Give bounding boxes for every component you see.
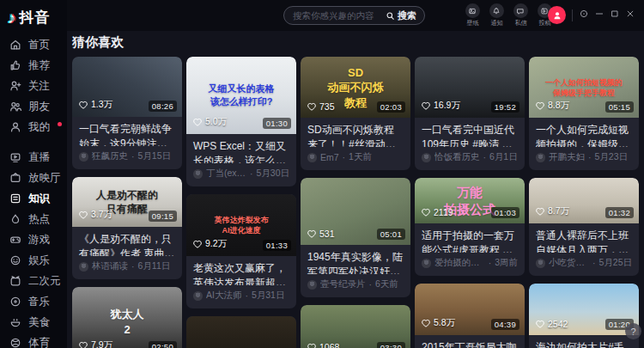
meta-separator: · (250, 168, 253, 179)
video-title[interactable]: 2015年丁磊饭局大咖云集，号称 (415, 335, 525, 348)
video-thumbnail[interactable]: 一个人如何拍短视频的 保姆级手把手教程 8.8万 05:15 (529, 57, 639, 118)
video-thumbnail[interactable]: 1068 03:30 (301, 305, 410, 348)
wallpaper-button[interactable]: 壁纸 (462, 3, 483, 27)
help-button[interactable]: ? (625, 323, 641, 339)
video-author-row[interactable]: 小吃货李焕赫 · 5月25日 (529, 253, 639, 276)
video-title[interactable]: 一口气看完朝鲜战争始末，这9分钟注定刷新你我认知 #勿忘历史… (72, 117, 182, 146)
video-title[interactable]: WPS Excel：又细又长的表格，该怎么样打印？#wps #excel #… (186, 134, 296, 163)
thumbnail-overlay-text: 犹太人 2 (72, 307, 182, 337)
search-bar[interactable]: 搜索 (283, 6, 425, 25)
video-card[interactable]: 8.7万 01:32 普通人裸辞后不上班自媒体月入两万，今天分享如何做一个赚… … (529, 178, 639, 276)
video-author-row[interactable]: 爱拍摄的虎哥（线下课… · 3周前 (415, 253, 525, 276)
sidebar-item-entertainment[interactable]: 娱乐 (0, 250, 67, 271)
sidebar-item-game[interactable]: 游戏 (0, 229, 67, 250)
messages-button[interactable]: 私信 (510, 3, 531, 27)
video-author-row[interactable]: 狂飙历史 · 5月15日 (72, 146, 182, 169)
close-button[interactable] (625, 9, 635, 19)
video-author-row[interactable]: 丁当(excel零基础教学) · 5月30日 (186, 163, 296, 186)
video-thumbnail[interactable]: 又细又长的表格 该怎么样打印? 5.0万 01:30 (186, 57, 296, 134)
author-avatar (536, 153, 545, 162)
like-count-value: 735 (319, 101, 335, 112)
video-thumbnail[interactable]: 万能 拍摄公式 2119 01:03 (415, 178, 525, 223)
video-title[interactable]: 1945年真实影像，陆军第四军处决汉奸过程，连开两枪才将其… (301, 245, 410, 274)
video-thumbnail[interactable]: 犹太人 2 7.9万 02:50 (72, 287, 182, 348)
sidebar-item-label: 我的 (28, 120, 50, 135)
video-title[interactable]: 普通人裸辞后不上班自媒体月入两万，今天分享如何做一个赚… (529, 223, 639, 253)
user-avatar[interactable] (548, 6, 566, 24)
heart-icon (78, 210, 88, 220)
video-title[interactable]: 海边如何拍大片#手机摄影 #小叶 (529, 335, 639, 348)
video-card[interactable]: 犹太人 2 7.9万 02:50 (72, 287, 182, 348)
video-thumbnail[interactable]: 2542 01:20 (529, 284, 639, 335)
sidebar-item-music[interactable]: 音乐 (0, 291, 67, 312)
video-card[interactable]: 英伟达炸裂发布 AI进化速度 9.2万 01:33 老黄这次又赢麻了，英伟达发布… (186, 194, 296, 308)
gamepad-icon (9, 234, 21, 246)
like-count-value: 2119 (434, 207, 453, 217)
sidebar-item-mine[interactable]: 我的 (0, 117, 67, 137)
like-count-value: 531 (319, 229, 335, 239)
video-title[interactable]: 一口气看完中国近代109年历史 #晚清 #北洋政府 #民国 #抗日战… (415, 118, 525, 147)
like-count-value: 3.7万 (91, 209, 112, 221)
video-thumbnail[interactable]: 人是劝不醒的 只有痛醒 3.7万 09:15 (72, 177, 182, 227)
video-thumbnail[interactable]: SD 动画不闪烁 教程 735 02:03 (301, 57, 410, 118)
sidebar-item-anime[interactable]: 二次元 (0, 271, 67, 291)
live-icon (9, 151, 21, 163)
flame-icon (9, 213, 21, 225)
video-card[interactable]: 5.8万 04:39 2015年丁磊饭局大咖云集，号称 (415, 284, 525, 348)
sidebar-item-label: 放映厅 (28, 171, 61, 186)
video-card[interactable] (186, 316, 296, 348)
video-card[interactable]: SD 动画不闪烁 教程 735 02:03 SD动画不闪烁教程来了！！#丝滑动画… (301, 57, 410, 170)
video-author-row[interactable]: 开鹏夫妇 · 5月23日 (529, 147, 639, 170)
sidebar-item-knowledge[interactable]: 知识 (0, 188, 67, 209)
video-thumbnail[interactable] (186, 316, 296, 348)
video-thumbnail[interactable]: 8.7万 01:32 (529, 178, 639, 223)
video-card[interactable]: 1.3万 08:26 一口气看完朝鲜战争始末，这9分钟注定刷新你我认知 #勿忘历… (72, 57, 182, 169)
author-avatar (79, 262, 88, 272)
video-card[interactable]: 又细又长的表格 该怎么样打印? 5.0万 01:30 WPS Excel：又细又… (186, 57, 296, 186)
sidebar-item-sports[interactable]: 体育 (0, 333, 67, 348)
video-title[interactable]: 《人是劝不醒的，只有痛醒》作者 衷曲无闻 #人生感悟 (72, 227, 182, 256)
video-card[interactable]: 2542 01:20 海边如何拍大片#手机摄影 #小叶 (529, 284, 639, 348)
meta-separator: · (489, 258, 492, 268)
video-author-row[interactable]: 恰饭看历史 · 6月1日 (415, 147, 525, 170)
video-thumbnail[interactable]: 531 05:01 (301, 178, 410, 245)
video-card[interactable]: 16.9万 19:52 一口气看完中国近代109年历史 #晚清 #北洋政府 #民… (415, 57, 525, 170)
sidebar-item-cinema[interactable]: 放映厅 (0, 168, 67, 188)
video-title[interactable]: 一个人如何完成短视频拍摄的，保姆级教程来了，新手小白也… (529, 118, 639, 147)
settings-button[interactable] (579, 9, 589, 19)
video-thumbnail[interactable]: 16.9万 19:52 (415, 57, 525, 118)
sidebar-item-recommend[interactable]: 推荐 (0, 55, 67, 76)
video-title[interactable]: 老黄这次又赢麻了，英伟达发布最新超算GH200，单卡576G显… (186, 256, 296, 285)
like-count-value: 2542 (548, 319, 568, 329)
video-author-row[interactable]: 壹号纪录片 · 6天前 (301, 274, 410, 297)
video-thumbnail[interactable]: 英伟达炸裂发布 AI进化速度 9.2万 01:33 (186, 194, 296, 256)
video-duration: 03:30 (377, 342, 405, 348)
sidebar-item-follow[interactable]: 关注 (0, 76, 67, 96)
sidebar-item-hot[interactable]: 热点 (0, 209, 67, 229)
douyin-logo[interactable]: ♪ 抖音 (0, 0, 67, 27)
video-author-row[interactable]: AI大法师 · 5月31日 (186, 285, 296, 308)
video-card[interactable]: 531 05:01 1945年真实影像，陆军第四军处决汉奸过程，连开两枪才将其…… (301, 178, 410, 297)
search-input[interactable] (284, 10, 386, 21)
sidebar-item-home[interactable]: 首页 (0, 34, 67, 55)
video-card[interactable]: 人是劝不醒的 只有痛醒 3.7万 09:15 《人是劝不醒的，只有痛醒》作者 衷… (72, 177, 182, 279)
video-thumbnail[interactable]: 5.8万 04:39 (415, 284, 525, 335)
window-controls (579, 9, 635, 19)
video-card[interactable]: 一个人如何拍短视频的 保姆级手把手教程 8.8万 05:15 一个人如何完成短视… (529, 57, 639, 170)
sidebar-item-friends[interactable]: 朋友 (0, 96, 67, 117)
search-button[interactable]: 搜索 (386, 9, 424, 22)
video-title[interactable]: 适用于拍摄的一套万能公式#虎哥教程 #摄影教学 (415, 223, 525, 253)
video-thumbnail[interactable]: 1.3万 08:26 (72, 57, 182, 117)
video-card[interactable]: 1068 03:30 (301, 305, 410, 348)
minimize-button[interactable] (594, 9, 605, 19)
maximize-button[interactable] (610, 9, 620, 19)
video-author-row[interactable]: 林语诵读 · 6月11日 (72, 256, 182, 279)
video-title[interactable]: SD动画不闪烁教程来了！！#丝滑动画 #stablediffusion #教程 (301, 118, 410, 147)
notifications-button[interactable]: 通知 (486, 3, 507, 27)
sidebar-item-live[interactable]: 直播 (0, 147, 67, 168)
author-avatar (193, 291, 203, 301)
video-author-row[interactable]: Em7 · 1天前 (301, 147, 410, 170)
like-count: 735 (307, 101, 335, 112)
video-card[interactable]: 万能 拍摄公式 2119 01:03 适用于拍摄的一套万能公式#虎哥教程 #摄影… (415, 178, 525, 276)
sidebar-item-food[interactable]: 美食 (0, 312, 67, 333)
